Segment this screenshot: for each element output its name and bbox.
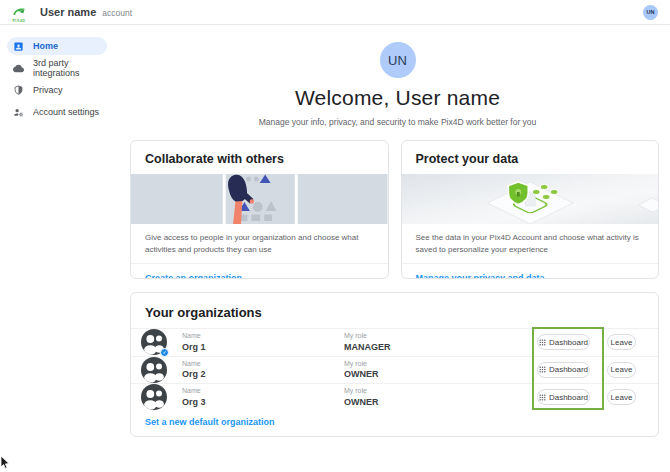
card-title: Collaborate with others bbox=[131, 141, 388, 174]
apps-grid-icon bbox=[539, 339, 546, 346]
organization-row: ✓ Name Org 1 My role MANAGER bbox=[131, 328, 658, 356]
org-name-cell: Name Org 3 bbox=[182, 387, 344, 407]
dashboard-button-label: Dashboard bbox=[549, 365, 588, 374]
organization-avatar: ✓ bbox=[141, 329, 167, 355]
org-role: MANAGER bbox=[344, 342, 537, 353]
create-organization-link[interactable]: Create an organization bbox=[131, 264, 388, 279]
card-description: Give access to people in your organizati… bbox=[131, 224, 388, 261]
name-label: Name bbox=[182, 332, 344, 340]
organization-avatar bbox=[141, 357, 167, 383]
app-header: PIX4D User name account UN bbox=[0, 0, 670, 25]
dashboard-button-label: Dashboard bbox=[549, 393, 588, 402]
account-box-icon bbox=[13, 41, 24, 52]
card-description: See the data in your Pix4D Account and c… bbox=[402, 224, 659, 261]
dashboard-button-label: Dashboard bbox=[549, 338, 588, 347]
org-actions: Dashboard Leave bbox=[537, 389, 636, 405]
org-name: Org 1 bbox=[182, 342, 344, 353]
leave-button-label: Leave bbox=[611, 338, 633, 347]
org-name-cell: Name Org 1 bbox=[182, 332, 344, 352]
pix4d-logo-text: PIX4D bbox=[12, 19, 25, 23]
set-default-organization-link[interactable]: Set a new default organization bbox=[131, 417, 289, 436]
page-title: Welcome, User name bbox=[125, 86, 670, 110]
sidebar-item-label: Home bbox=[33, 41, 58, 51]
welcome-section: UN Welcome, User name Manage your info, … bbox=[125, 42, 670, 127]
organization-row: Name Org 2 My role OWNER Dashboard bbox=[131, 356, 658, 384]
collaborate-illustration bbox=[131, 174, 388, 224]
shield-icon bbox=[13, 85, 24, 96]
sidebar-item-label: Privacy bbox=[33, 85, 63, 95]
header-avatar[interactable]: UN bbox=[643, 5, 658, 20]
leave-button[interactable]: Leave bbox=[607, 389, 636, 405]
protect-data-illustration bbox=[402, 174, 659, 224]
pix4d-account-page: PIX4D User name account UN Home 3rd part… bbox=[0, 0, 670, 472]
collaborate-card: Collaborate with others bbox=[130, 140, 389, 279]
dashboard-button[interactable]: Dashboard bbox=[537, 362, 590, 378]
header-context-label: account bbox=[102, 8, 132, 18]
org-name: Org 3 bbox=[182, 397, 344, 408]
org-actions: Dashboard Leave bbox=[537, 334, 636, 350]
cloud-icon bbox=[13, 63, 24, 74]
info-cards-row: Collaborate with others bbox=[130, 140, 659, 279]
profile-avatar: UN bbox=[380, 42, 416, 78]
sidebar-item-home[interactable]: Home bbox=[7, 37, 107, 55]
organizations-title: Your organizations bbox=[131, 293, 658, 320]
dashboard-button[interactable]: Dashboard bbox=[537, 389, 590, 405]
role-label: My role bbox=[344, 332, 537, 340]
org-actions: Dashboard Leave bbox=[537, 362, 636, 378]
leave-button-label: Leave bbox=[611, 365, 633, 374]
apps-grid-icon bbox=[539, 366, 546, 373]
leave-button[interactable]: Leave bbox=[607, 334, 636, 350]
organizations-list: ✓ Name Org 1 My role MANAGER bbox=[131, 328, 658, 411]
pix4d-logo[interactable]: PIX4D bbox=[8, 2, 30, 23]
name-label: Name bbox=[182, 387, 344, 395]
sidebar-item-3rd-party-integrations[interactable]: 3rd party integrations bbox=[7, 59, 107, 77]
role-label: My role bbox=[344, 360, 537, 368]
page-subtitle: Manage your info, privacy, and security … bbox=[125, 117, 670, 127]
mouse-cursor bbox=[1, 455, 10, 472]
sidebar-item-privacy[interactable]: Privacy bbox=[7, 81, 107, 99]
dashboard-button[interactable]: Dashboard bbox=[537, 334, 590, 350]
org-role-cell: My role MANAGER bbox=[344, 332, 537, 352]
leave-button[interactable]: Leave bbox=[607, 362, 636, 378]
org-role-cell: My role OWNER bbox=[344, 360, 537, 380]
card-title: Protect your data bbox=[402, 141, 659, 174]
leave-button-label: Leave bbox=[611, 393, 633, 402]
manage-privacy-link[interactable]: Manage your privacy and data bbox=[402, 264, 659, 279]
name-label: Name bbox=[182, 360, 344, 368]
header-user-name: User name bbox=[40, 6, 96, 18]
org-name: Org 2 bbox=[182, 369, 344, 380]
org-role-cell: My role OWNER bbox=[344, 387, 537, 407]
protect-data-card: Protect your data bbox=[401, 140, 660, 279]
sidebar: Home 3rd party integrations Privacy bbox=[0, 25, 125, 125]
organization-row: Name Org 3 My role OWNER Dashboard bbox=[131, 383, 658, 411]
org-role: OWNER bbox=[344, 369, 537, 380]
pix4d-logo-icon bbox=[12, 2, 26, 20]
org-name-cell: Name Org 2 bbox=[182, 360, 344, 380]
sidebar-item-account-settings[interactable]: Account settings bbox=[7, 103, 107, 121]
sidebar-item-label: Account settings bbox=[33, 107, 99, 117]
organizations-card: Your organizations ✓ Name bbox=[130, 292, 659, 437]
org-role: OWNER bbox=[344, 397, 537, 408]
sidebar-item-label: 3rd party integrations bbox=[33, 58, 107, 78]
manage-accounts-icon bbox=[13, 107, 24, 118]
organization-avatar bbox=[141, 384, 167, 410]
apps-grid-icon bbox=[539, 394, 546, 401]
role-label: My role bbox=[344, 387, 537, 395]
